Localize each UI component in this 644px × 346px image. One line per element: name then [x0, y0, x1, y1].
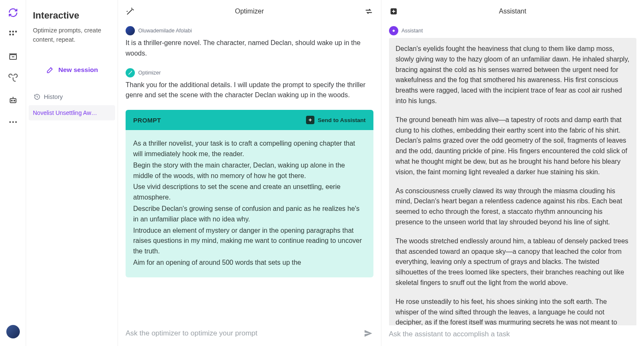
assistant-paragraph: He rose unsteadily to his feet, his shoe…: [396, 297, 630, 325]
history-label-text: History: [44, 93, 63, 100]
assistant-response: Declan's eyelids fought the heaviness th…: [389, 38, 637, 325]
send-to-assistant-button[interactable]: Send to Assistant: [306, 116, 366, 124]
svg-rect-3: [9, 34, 11, 35]
assistant-plus-icon[interactable]: [389, 7, 398, 16]
main-split: Optimizer Oluwademilade Afolabi It is a …: [118, 0, 644, 346]
assistant-paragraph: Declan's eyelids fought the heaviness th…: [396, 44, 630, 106]
send-plus-icon: [306, 116, 314, 124]
user-name: Oluwademilade Afolabi: [138, 28, 192, 34]
svg-rect-1: [12, 31, 14, 32]
optimizer-input[interactable]: [126, 329, 360, 338]
optimizer-input-row: [118, 324, 381, 346]
history-item[interactable]: Novelist Unsettling Aw…: [29, 105, 115, 120]
prompt-line: Aim for an opening of around 500 words t…: [133, 258, 366, 268]
assistant-pane: Assistant Assistant Declan's eyelids fou…: [381, 0, 644, 346]
prompt-card-head: PROMPT Send to Assistant: [126, 110, 373, 130]
archive-icon[interactable]: [8, 51, 18, 61]
sidebar: Interactive Optimize prompts, create con…: [26, 0, 118, 346]
send-icon[interactable]: [363, 328, 373, 338]
grid-icon[interactable]: [8, 29, 18, 40]
svg-point-8: [13, 100, 14, 101]
optimizer-avatar: [126, 68, 135, 77]
assistant-paragraph: The ground beneath him was alive—a tapes…: [396, 115, 630, 178]
optimizer-name: Optimizer: [138, 70, 161, 76]
assistant-paragraph: As consciousness cruelly clawed its way …: [396, 186, 630, 228]
sidebar-subtitle: Optimize prompts, create content, repeat…: [33, 26, 111, 45]
icon-rail: [0, 0, 26, 346]
integrations-icon[interactable]: [8, 73, 18, 83]
svg-rect-2: [15, 31, 17, 32]
optimizer-message-text: Thank you for the additional details. I …: [126, 80, 373, 101]
assistant-name: Assistant: [402, 28, 423, 34]
prompt-line: Describe Declan's growing sense of confu…: [133, 204, 366, 225]
prompt-line: Begin the story with the main character,…: [133, 160, 366, 181]
assistant-input-row: [381, 325, 644, 346]
more-icon[interactable]: [8, 117, 18, 127]
optimizer-message-head: Optimizer: [126, 68, 373, 77]
assistant-paragraph: The woods stretched endlessly around him…: [396, 236, 630, 288]
user-message-head: Oluwademilade Afolabi: [126, 26, 373, 35]
optimizer-body: Oluwademilade Afolabi It is a thriller-g…: [118, 23, 381, 324]
svg-point-11: [15, 121, 17, 123]
refresh-icon[interactable]: [8, 8, 18, 18]
svg-rect-4: [12, 34, 14, 35]
send-to-assistant-label: Send to Assistant: [318, 117, 366, 123]
optimizer-pane: Optimizer Oluwademilade Afolabi It is a …: [118, 0, 381, 346]
svg-point-13: [392, 30, 394, 32]
history-header: History: [33, 91, 111, 103]
wand-icon[interactable]: [126, 7, 135, 16]
new-session-label: New session: [59, 66, 98, 74]
assistant-avatar: [389, 26, 398, 35]
prompt-card: PROMPT Send to Assistant As a thriller n…: [126, 110, 373, 277]
prompt-card-body: As a thriller novelist, your task is to …: [126, 130, 373, 277]
optimizer-title: Optimizer: [135, 8, 364, 15]
user-message-text: It is a thriller-genre novel. The charac…: [126, 38, 373, 59]
edit-icon: [46, 66, 54, 74]
optimizer-header: Optimizer: [118, 0, 381, 23]
prompt-line: Introduce an element of mystery or dange…: [133, 226, 366, 257]
user-avatar[interactable]: [6, 325, 20, 338]
user-avatar-small: [126, 26, 135, 35]
svg-point-9: [9, 121, 11, 123]
assistant-header: Assistant: [381, 0, 644, 23]
svg-point-10: [12, 121, 14, 123]
sidebar-title: Interactive: [33, 10, 111, 21]
assistant-input[interactable]: [389, 330, 637, 338]
prompt-line: Use vivid descriptions to set the scene …: [133, 182, 366, 203]
history-icon: [34, 93, 40, 100]
assistant-body: Assistant Declan's eyelids fought the he…: [381, 23, 644, 325]
prompt-card-title: PROMPT: [133, 117, 161, 124]
swap-icon[interactable]: [364, 7, 373, 16]
new-session-button[interactable]: New session: [33, 61, 111, 78]
svg-rect-0: [9, 31, 11, 32]
assistant-message-head: Assistant: [389, 26, 637, 35]
prompt-line: As a thriller novelist, your task is to …: [133, 138, 366, 160]
assistant-title: Assistant: [398, 8, 628, 15]
robot-icon[interactable]: [8, 95, 18, 105]
svg-point-7: [11, 100, 12, 101]
